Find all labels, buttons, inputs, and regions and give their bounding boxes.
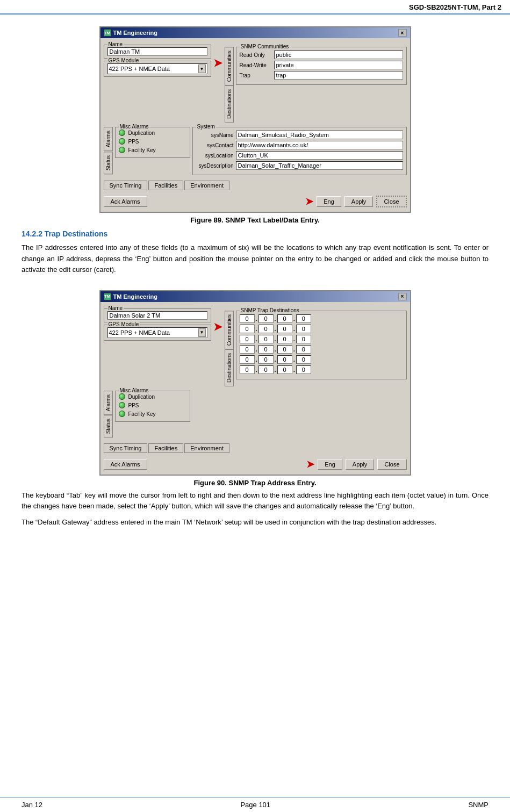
tab-status-90[interactable]: Status [104, 415, 113, 437]
sys-name-label-89: sysName [196, 132, 234, 138]
gps-value-90: 422 PPS + NMEA Data [109, 329, 198, 336]
dialog-90-body: Name Dalman Solar 2 TM GPS Module 422 PP… [100, 302, 410, 475]
trap-input-89[interactable]: trap [274, 71, 403, 80]
ip-4-o2[interactable]: 0 [258, 355, 274, 364]
ip-2-o2[interactable]: 0 [258, 335, 274, 343]
dialog-90-titlebar: TM TM Engineering × [100, 291, 410, 302]
tab-environment-89[interactable]: Environment [184, 181, 229, 190]
ip-3-o4[interactable]: 0 [296, 345, 311, 354]
ip-3-o2[interactable]: 0 [258, 345, 274, 354]
led-facility-90 [119, 411, 125, 417]
alarm-facility-row-90: Facility Key [119, 411, 186, 417]
dialog-89-close-btn[interactable]: × [398, 29, 407, 37]
ip-4-o3[interactable]: 0 [277, 355, 292, 364]
read-only-input-89[interactable]: public [274, 51, 403, 59]
led-duplication-90 [119, 393, 125, 400]
sys-desc-input-89[interactable]: Dalman_Solar_Traffic_Manager [236, 161, 403, 170]
dialog-89-body: Name Dalman TM GPS Module 422 PPS + NMEA… [100, 38, 410, 212]
trap-row-89: Trap trap [240, 71, 403, 80]
side-tabs-90[interactable]: Communities Destinations [225, 311, 234, 386]
btn-apply-89[interactable]: Apply [344, 196, 373, 207]
tab-alarms-89[interactable]: Alarms [104, 127, 113, 151]
tab-alarms-90[interactable]: Alarms [104, 391, 113, 415]
ip-1-o1[interactable]: 0 [240, 325, 255, 333]
footer-center: Page 101 [240, 801, 270, 809]
read-write-row-89: Read-Write private [240, 61, 403, 69]
read-write-input-89[interactable]: private [274, 61, 403, 69]
ip-0-o1[interactable]: 0 [240, 314, 255, 323]
action-row-90: Ack Alarms ➤ Eng Apply Close [104, 457, 407, 471]
read-only-label-89: Read Only [240, 52, 272, 58]
snmp-trap-label-90: SNMP Trap Destinations [240, 307, 300, 313]
btn-eng-90[interactable]: Eng [318, 459, 342, 470]
gps-dropdown-arrow[interactable]: ▼ [198, 64, 206, 73]
dialog-90-title: TM Engineering [113, 293, 158, 300]
ip-2-o3[interactable]: 0 [277, 335, 292, 343]
btn-apply-90[interactable]: Apply [346, 459, 375, 470]
led-duplication-89 [119, 130, 125, 136]
tab-facilities-89[interactable]: Facilities [148, 181, 183, 190]
ip-5-o1[interactable]: 0 [240, 365, 255, 374]
read-only-row-89: Read Only public [240, 51, 403, 59]
tab-destinations-90[interactable]: Destinations [225, 349, 234, 386]
ip-3-o3[interactable]: 0 [277, 345, 292, 354]
led-pps-89 [119, 138, 125, 145]
name-input-90[interactable]: Dalman Solar 2 TM [107, 311, 207, 320]
sys-name-input-89[interactable]: Dalman_Simulcast_Radio_System [236, 131, 403, 139]
footer-right: SNMP [468, 801, 489, 809]
alarms-status-tabs-89[interactable]: Alarms Status [104, 127, 113, 174]
figure-90-container: TM TM Engineering × Name Dalman Solar 2 … [21, 290, 489, 487]
system-label-89: System [196, 124, 216, 130]
alarms-status-tabs-90[interactable]: Alarms Status [104, 391, 113, 437]
tab-status-89[interactable]: Status [104, 152, 113, 174]
read-write-label-89: Read-Write [240, 62, 272, 68]
sys-contact-input-89[interactable]: http://www.dalmants.co.uk/ [236, 141, 403, 149]
ip-5-o2[interactable]: 0 [258, 365, 274, 374]
ip-2-o4[interactable]: 0 [296, 335, 311, 343]
ip-row-0: 0 . 0 . 0 . 0 [240, 314, 403, 323]
btn-ack-89[interactable]: Ack Alarms [104, 196, 147, 207]
btn-ack-90[interactable]: Ack Alarms [104, 459, 147, 470]
ip-4-o4[interactable]: 0 [296, 355, 311, 364]
action-row-89: Ack Alarms ➤ Eng Apply Close [104, 195, 407, 209]
tab-destinations-89[interactable]: Destinations [225, 85, 234, 123]
ip-0-o4[interactable]: 0 [296, 314, 311, 323]
tab-sync-89[interactable]: Sync Timing [104, 181, 148, 190]
sys-location-input-89[interactable]: Clutton_UK [236, 151, 403, 160]
btn-close-90[interactable]: Close [377, 459, 406, 470]
ip-5-o3[interactable]: 0 [277, 365, 292, 374]
ip-5-o4[interactable]: 0 [296, 365, 311, 374]
btn-eng-89[interactable]: Eng [317, 196, 341, 207]
gps-label-90: GPS Module [107, 321, 140, 327]
name-input-89[interactable]: Dalman TM [107, 47, 207, 56]
ip-0-o2[interactable]: 0 [258, 314, 274, 323]
tab-environment-90[interactable]: Environment [184, 443, 229, 453]
ip-1-o4[interactable]: 0 [296, 325, 311, 333]
dialog-90-close-btn[interactable]: × [398, 293, 407, 300]
ip-2-o1[interactable]: 0 [240, 335, 255, 343]
ip-1-o2[interactable]: 0 [258, 325, 274, 333]
alarm-pps-row-89: PPS [119, 138, 186, 145]
system-section-89: System sysName Dalman_Simulcast_Radio_Sy… [192, 127, 407, 175]
gps-dropdown-arrow-90[interactable]: ▼ [198, 328, 206, 337]
header-title: SGD-SB2025NT-TUM, Part 2 [409, 3, 501, 11]
snmp-communities-panel-89: SNMP Communities Read Only public Read-W… [236, 47, 407, 85]
sys-desc-label-89: sysDescription [196, 163, 234, 169]
ip-3-o1[interactable]: 0 [240, 345, 255, 354]
section-142-post: The keyboard “Tab” key will move the cur… [21, 490, 489, 528]
bottom-tabs-90: Sync Timing Facilities Environment [104, 443, 407, 453]
tab-sync-90[interactable]: Sync Timing [104, 443, 148, 453]
side-tabs-89[interactable]: Communities Destinations [225, 47, 234, 123]
tab-facilities-90[interactable]: Facilities [148, 443, 183, 453]
ip-4-o1[interactable]: 0 [240, 355, 255, 364]
figure-89-container: TM TM Engineering × Name Dalman TM [21, 26, 489, 224]
ip-row-2: 0 . 0 . 0 . 0 [240, 335, 403, 343]
alarm-duplication-row-89: Duplication [119, 130, 186, 136]
btn-close-89[interactable]: Close [376, 196, 406, 207]
ip-1-o3[interactable]: 0 [277, 325, 292, 333]
ip-0-o3[interactable]: 0 [277, 314, 292, 323]
tab-communities-90[interactable]: Communities [225, 311, 234, 349]
tab-communities-89[interactable]: Communities [225, 47, 234, 85]
alarm-duplication-text-90: Duplication [128, 394, 155, 400]
led-pps-90 [119, 402, 125, 408]
